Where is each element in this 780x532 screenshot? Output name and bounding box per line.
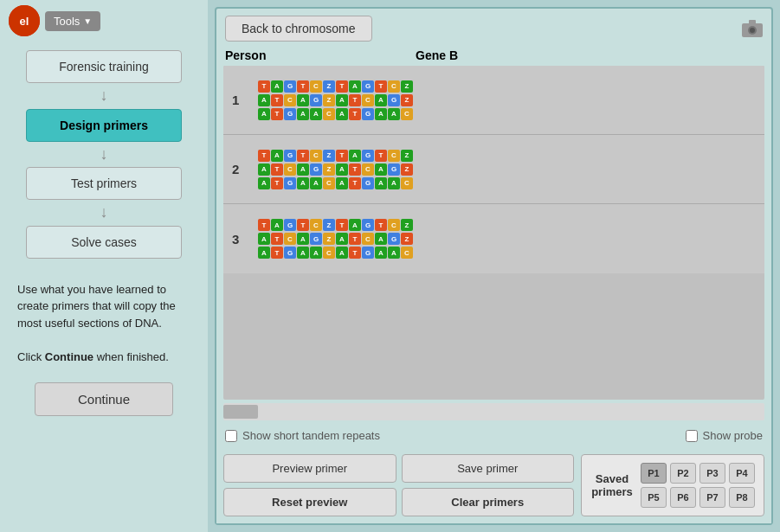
tools-label: Tools (54, 15, 80, 28)
primer-p7-button[interactable]: P7 (699, 487, 725, 508)
reset-preview-button[interactable]: Reset preview (223, 488, 396, 516)
saved-primers-panel: Savedprimers P1 P2 P3 P4 P5 P6 P7 P8 (581, 454, 764, 516)
show-tandem-repeats-checkbox[interactable] (225, 430, 237, 442)
main-header: Back to chromosome (216, 9, 771, 48)
description-para1: Use what you have learned to create prim… (17, 281, 190, 332)
primer-p5-button[interactable]: P5 (641, 487, 667, 508)
primers-grid: P1 P2 P3 P4 P5 P6 P7 P8 (641, 463, 755, 508)
sidebar-item-forensic-training[interactable]: Forensic training (26, 50, 182, 83)
svg-text:el: el (20, 15, 29, 28)
sidebar-item-solve-cases[interactable]: Solve cases (26, 226, 182, 259)
strand-2a: TAGTCZTAGTCZ (258, 150, 413, 162)
sidebar-item-design-primers[interactable]: Design primers (26, 109, 182, 142)
primer-btn-row-2: Reset preview Clear primers (223, 488, 574, 516)
primer-p6-button[interactable]: P6 (670, 487, 696, 508)
column-headers: Person Gene B (216, 48, 771, 66)
show-probe-checkbox[interactable] (686, 430, 698, 442)
strand-3c: ATGAACATGAAC (258, 247, 413, 259)
primer-controls: Preview primer Save primer Reset preview… (223, 454, 574, 516)
table-row: 3 TAGTCZTAGTCZ ATCAGZATCAGZ ATGAACATGAAC (223, 204, 764, 273)
row-number-1: 1 (232, 93, 253, 107)
svg-point-4 (750, 28, 755, 33)
dna-visual-2: TAGTCZTAGTCZ ATCAGZATCAGZ ATGAACATGAAC (258, 150, 413, 189)
clear-primers-button[interactable]: Clear primers (402, 488, 575, 516)
checkbox-row: Show short tandem repeats Show probe (216, 424, 771, 447)
dna-visual-3: TAGTCZTAGTCZ ATCAGZATCAGZ ATGAACATGAAC (258, 219, 413, 259)
table-row: 2 TAGTCZTAGTCZ ATCAGZATCAGZ ATGAACATGAAC (223, 135, 764, 204)
logo: el (9, 5, 40, 36)
show-tandem-repeats-group: Show short tandem repeats (225, 429, 380, 442)
camera-icon (742, 20, 763, 37)
strand-2c: ATGAACATGAAC (258, 177, 413, 189)
horizontal-scrollbar[interactable] (223, 403, 764, 420)
row-number-2: 2 (232, 162, 253, 176)
show-tandem-repeats-label: Show short tandem repeats (242, 429, 380, 442)
primer-btn-row-1: Preview primer Save primer (223, 454, 574, 483)
table-row: 1 TAGTCZTAGTCZ ATCAGZATCAGZ ATGAACATGAAC (223, 66, 764, 135)
strand-3b: ATCAGZATCAGZ (258, 233, 413, 245)
dna-visual-1: TAGTCZTAGTCZ ATCAGZATCAGZ ATGAACATGAAC (258, 80, 413, 120)
svg-rect-5 (749, 20, 756, 24)
sidebar: el Tools ▼ Forensic training ↓ Design pr… (0, 0, 208, 532)
preview-primer-button[interactable]: Preview primer (223, 454, 396, 483)
column-gene: Gene B (416, 48, 458, 62)
tools-button[interactable]: Tools ▼ (45, 11, 100, 31)
primer-p2-button[interactable]: P2 (670, 463, 696, 484)
sidebar-item-test-primers[interactable]: Test primers (26, 167, 182, 200)
description-line3: when finished. (93, 350, 169, 363)
scrollbar-thumb[interactable] (223, 405, 258, 419)
saved-primers-label: Savedprimers (590, 472, 634, 498)
back-to-chromosome-button[interactable]: Back to chromosome (225, 16, 372, 42)
tools-arrow-icon: ▼ (83, 16, 92, 26)
continue-button[interactable]: Continue (35, 382, 173, 416)
primer-p3-button[interactable]: P3 (699, 463, 725, 484)
row-number-3: 3 (232, 232, 253, 247)
description-para2: Click Continue when finished. (17, 349, 190, 366)
strand-3a: TAGTCZTAGTCZ (258, 219, 413, 231)
strand-1b: ATCAGZATCAGZ (258, 94, 413, 106)
primer-p1-button[interactable]: P1 (641, 463, 667, 484)
arrow-down-3: ↓ (100, 200, 108, 226)
description-text: Use what you have learned to create prim… (0, 267, 208, 375)
primer-p4-button[interactable]: P4 (729, 463, 755, 484)
arrow-down-1: ↓ (100, 83, 108, 109)
arrow-down-2: ↓ (100, 142, 108, 168)
primer-p8-button[interactable]: P8 (729, 487, 755, 508)
show-probe-group: Show probe (686, 429, 763, 442)
column-person: Person (225, 48, 277, 62)
continue-bold: Continue (45, 350, 93, 363)
toolbar: el Tools ▼ (0, 0, 208, 42)
bottom-panel: Preview primer Save primer Reset preview… (216, 447, 771, 523)
strand-2b: ATCAGZATCAGZ (258, 163, 413, 176)
dna-area: 1 TAGTCZTAGTCZ ATCAGZATCAGZ ATGAACATGAAC… (223, 66, 764, 400)
save-primer-button[interactable]: Save primer (402, 454, 575, 483)
strand-1a: TAGTCZTAGTCZ (258, 80, 413, 93)
show-probe-label: Show probe (703, 429, 763, 442)
strand-1c: ATGAACATGAAC (258, 108, 413, 120)
nav-steps: Forensic training ↓ Design primers ↓ Tes… (0, 42, 208, 267)
main-panel: Back to chromosome Person Gene B 1 TAGTC… (215, 7, 773, 525)
